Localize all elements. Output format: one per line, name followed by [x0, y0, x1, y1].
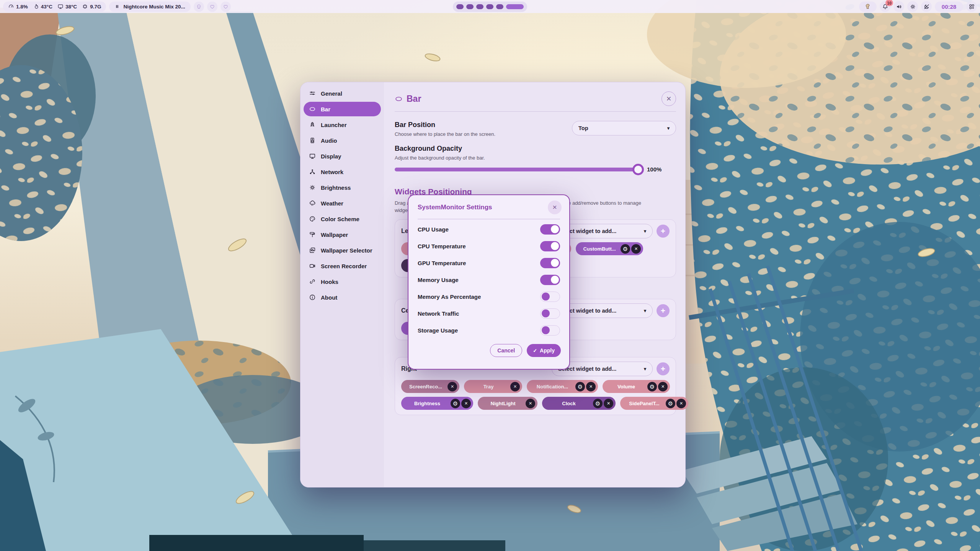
- bar-position-select[interactable]: Top ▾: [572, 121, 676, 135]
- quick-buttons: [194, 0, 231, 13]
- opacity-slider[interactable]: [395, 168, 642, 171]
- flame-icon: [33, 3, 39, 10]
- widget-remove-button[interactable]: ✕: [676, 399, 686, 408]
- workspace-dot[interactable]: [466, 4, 474, 9]
- apply-button[interactable]: ✓ Apply: [527, 344, 561, 357]
- widget-remove-button[interactable]: ✕: [604, 399, 613, 408]
- sidebar-item-network[interactable]: Network: [304, 165, 381, 179]
- sidebar-item-hooks[interactable]: Hooks: [304, 274, 381, 289]
- workspace-dot-active[interactable]: [506, 4, 524, 9]
- widget-remove-button[interactable]: ✕: [526, 399, 535, 408]
- add-widget-button[interactable]: +: [657, 225, 670, 238]
- overview-button[interactable]: [966, 1, 977, 12]
- notification-badge: 10: [885, 0, 893, 6]
- volume-button[interactable]: [893, 1, 904, 12]
- widget-chip-tray[interactable]: Tray✕: [464, 380, 522, 393]
- toggle-gpu-temperature[interactable]: [540, 258, 560, 268]
- widget-settings-button[interactable]: ⚙: [647, 382, 657, 391]
- widget-remove-button[interactable]: ✕: [448, 382, 457, 391]
- night-light-button[interactable]: [921, 1, 932, 12]
- heart-button[interactable]: [207, 2, 217, 12]
- widget-remove-button[interactable]: ✕: [631, 244, 641, 254]
- brightness-button[interactable]: [907, 1, 918, 12]
- add-widget-button[interactable]: +: [657, 304, 670, 317]
- workspace-dot[interactable]: [476, 4, 483, 9]
- modal-header: SystemMonitor Settings ✕: [408, 195, 569, 214]
- widget-chip-nightlight[interactable]: NightLight✕: [478, 397, 537, 410]
- page-title-text: Bar: [407, 94, 421, 104]
- workspace-dot[interactable]: [456, 4, 464, 9]
- skull-button[interactable]: [194, 2, 204, 12]
- switch-knob: [551, 276, 559, 284]
- workspace-dot[interactable]: [496, 4, 503, 9]
- widget-chip-sidepanelt[interactable]: SidePanelT...⚙✕: [620, 397, 688, 410]
- heart-button[interactable]: [220, 2, 231, 12]
- toggle-memory-usage[interactable]: [540, 275, 560, 285]
- sidebar-item-general[interactable]: General: [304, 86, 381, 101]
- sidebar-item-bar[interactable]: Bar: [304, 102, 381, 116]
- link-icon: [309, 278, 316, 285]
- palette-icon: [309, 215, 316, 222]
- widget-chip-brightness[interactable]: Brightness⚙✕: [401, 397, 473, 410]
- sidebar-item-screen-recorder[interactable]: Screen Recorder: [304, 259, 381, 273]
- widget-chip-label: ScreenReco...: [405, 384, 446, 390]
- sidebar-item-audio[interactable]: Audio: [304, 133, 381, 148]
- pause-icon: [114, 4, 120, 9]
- widget-settings-button[interactable]: ⚙: [451, 399, 460, 408]
- widget-chip-screenreco[interactable]: ScreenReco...✕: [401, 380, 459, 393]
- widget-chip-notification[interactable]: Notification...⚙✕: [527, 380, 598, 393]
- widget-chip-label: Notification...: [531, 384, 574, 390]
- sidebar-item-label: Bar: [321, 106, 330, 112]
- widget-settings-button[interactable]: ⚙: [575, 382, 585, 391]
- widget-chip-custombutt[interactable]: CustomButt...⚙✕: [576, 242, 643, 255]
- sidebar-item-color-scheme[interactable]: Color Scheme: [304, 212, 381, 226]
- toggle-cpu-temperature[interactable]: [540, 241, 560, 251]
- toggle-storage-usage[interactable]: [540, 325, 560, 336]
- window-close-button[interactable]: ✕: [662, 91, 676, 106]
- widget-settings-button[interactable]: ⚙: [621, 244, 630, 254]
- top-bar: 1.8%43°C38°C9.7G Nightcore Music Mix 20.…: [0, 0, 980, 13]
- cancel-button[interactable]: Cancel: [490, 344, 522, 357]
- notifications-button[interactable]: 10: [880, 1, 890, 12]
- setting-row-memory-as-percentage: Memory As Percentage: [418, 288, 560, 305]
- background-opacity-row: Background Opacity Adjust the background…: [395, 145, 676, 173]
- widget-settings-button[interactable]: ⚙: [666, 399, 675, 408]
- widget-remove-button[interactable]: ✕: [510, 382, 520, 391]
- widget-chip-label: Volume: [606, 384, 646, 390]
- widget-chip-clock[interactable]: Clock⚙✕: [542, 397, 616, 410]
- setting-row-gpu-temperature: GPU Temperature: [418, 254, 560, 271]
- bar-position-row: Bar Position Choose where to place the b…: [395, 121, 676, 137]
- toggle-memory-as-percentage[interactable]: [540, 292, 560, 302]
- sidebar-item-wallpaper-selector[interactable]: Wallpaper Selector: [304, 243, 381, 258]
- widget-remove-button[interactable]: ✕: [586, 382, 596, 391]
- switch-knob: [551, 225, 559, 233]
- modal-close-button[interactable]: ✕: [548, 201, 562, 214]
- system-tray[interactable]: [859, 2, 877, 12]
- media-player-pill[interactable]: Nightcore Music Mix 20...: [109, 2, 190, 12]
- switch-knob: [551, 259, 559, 267]
- add-widget-button[interactable]: +: [657, 362, 670, 375]
- sidebar-item-wallpaper[interactable]: Wallpaper: [304, 227, 381, 242]
- sidebar-item-display[interactable]: Display: [304, 149, 381, 163]
- toggle-network-traffic[interactable]: [540, 308, 560, 319]
- setting-label: Storage Usage: [418, 327, 458, 334]
- sidebar-item-weather[interactable]: Weather: [304, 196, 381, 210]
- widget-chip-volume[interactable]: Volume⚙✕: [603, 380, 670, 393]
- modal-title: SystemMonitor Settings: [418, 204, 492, 211]
- workspace-dot[interactable]: [486, 4, 493, 9]
- toggle-cpu-usage[interactable]: [540, 224, 560, 235]
- clock[interactable]: 00:28: [935, 2, 963, 12]
- bar-position-label: Bar Position: [395, 121, 495, 129]
- widget-remove-button[interactable]: ✕: [658, 382, 668, 391]
- sidebar-item-label: Wallpaper: [321, 231, 348, 238]
- bar-position-info: Bar Position Choose where to place the b…: [395, 121, 495, 137]
- widget-settings-button[interactable]: ⚙: [593, 399, 603, 408]
- settings-sidebar: GeneralBarLauncherAudioDisplayNetworkBri…: [301, 82, 384, 487]
- setting-label: GPU Temperature: [418, 260, 466, 266]
- sidebar-item-brightness[interactable]: Brightness: [304, 180, 381, 195]
- widget-remove-button[interactable]: ✕: [461, 399, 471, 408]
- sidebar-item-about[interactable]: About: [304, 290, 381, 305]
- opacity-slider-handle[interactable]: [632, 164, 644, 175]
- speaker-icon: [896, 3, 902, 10]
- sidebar-item-launcher[interactable]: Launcher: [304, 117, 381, 132]
